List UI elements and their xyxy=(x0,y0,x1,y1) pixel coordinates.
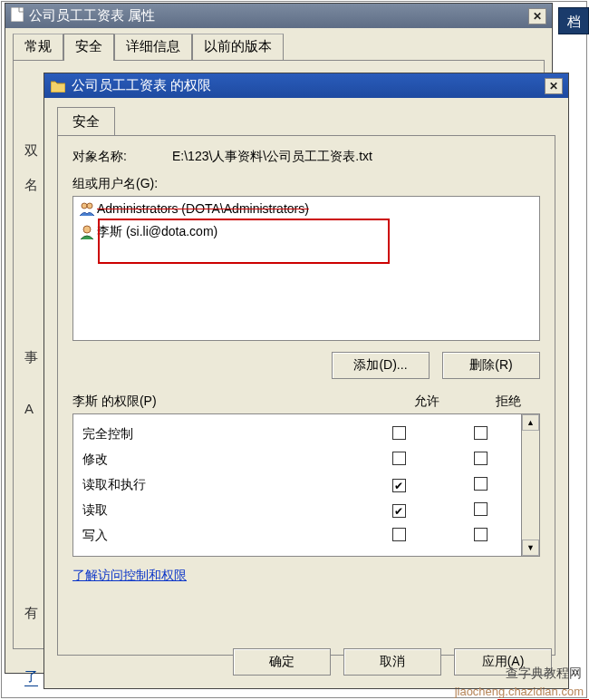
user-list-item-text: 李斯 (si.li@dota.com) xyxy=(97,224,217,240)
tab-details[interactable]: 详细信息 xyxy=(114,34,192,61)
allow-checkbox-read[interactable] xyxy=(392,504,406,518)
user-list-item-lisi[interactable]: 李斯 (si.li@dota.com) xyxy=(73,220,539,244)
properties-titlebar: 公司员工工资表 属性 ✕ xyxy=(5,4,552,28)
bg-text: 事 xyxy=(24,349,38,366)
svg-point-2 xyxy=(87,203,92,209)
perm-row-modify: 修改 xyxy=(82,447,512,472)
perm-label: 修改 xyxy=(82,452,367,468)
bg-text: 了 xyxy=(24,668,38,686)
properties-tabs: 常规 安全 详细信息 以前的版本 xyxy=(13,34,545,61)
permissions-tabs: 安全 xyxy=(57,107,555,136)
permissions-listbox: 完全控制 修改 读取和执行 xyxy=(72,413,540,557)
deny-checkbox-full-control[interactable] xyxy=(474,426,488,440)
perm-label: 读取 xyxy=(82,502,367,519)
permissions-close-button[interactable]: ✕ xyxy=(545,78,563,94)
tab-general[interactable]: 常规 xyxy=(13,34,63,61)
scroll-down-button[interactable]: ▼ xyxy=(522,540,539,556)
permissions-tab-security[interactable]: 安全 xyxy=(57,107,115,136)
svg-rect-0 xyxy=(11,7,24,22)
user-icon xyxy=(79,224,97,240)
cancel-button[interactable]: 取消 xyxy=(343,648,441,676)
svg-point-1 xyxy=(82,203,87,209)
group-icon xyxy=(79,200,97,217)
svg-point-3 xyxy=(83,226,91,233)
permissions-scrollbar[interactable]: ▲ ▼ xyxy=(521,414,539,556)
ok-button[interactable]: 确定 xyxy=(233,648,331,676)
file-icon xyxy=(11,7,24,24)
allow-header: 允许 xyxy=(395,394,459,410)
remove-user-button[interactable]: 删除(R) xyxy=(442,352,540,379)
deny-checkbox-read-execute[interactable] xyxy=(474,477,488,491)
allow-checkbox-write[interactable] xyxy=(392,528,406,541)
watermark-url: jiaocheng.chazidian.com xyxy=(455,685,584,698)
permissions-window: 公司员工工资表 的权限 ✕ 安全 对象名称: E:\123\人事资料\公司员工工… xyxy=(43,73,569,689)
tab-security[interactable]: 安全 xyxy=(63,34,114,61)
properties-close-button[interactable]: ✕ xyxy=(528,8,546,24)
watermark-text: 查字典教程网 xyxy=(506,666,582,682)
bg-text: 双 xyxy=(24,142,38,160)
folder-icon xyxy=(50,79,66,93)
add-user-button[interactable]: 添加(D)... xyxy=(332,352,430,379)
permissions-body: 安全 对象名称: E:\123\人事资料\公司员工工资表.txt 组或用户名(G… xyxy=(44,98,568,666)
learn-about-acl-link[interactable]: 了解访问控制和权限 xyxy=(72,568,187,584)
object-name-label: 对象名称: xyxy=(72,149,172,165)
deny-checkbox-read[interactable] xyxy=(474,502,488,516)
properties-title: 公司员工工资表 属性 xyxy=(29,7,528,24)
object-name-value: E:\123\人事资料\公司员工工资表.txt xyxy=(172,149,540,165)
permissions-panel: 对象名称: E:\123\人事资料\公司员工工资表.txt 组或用户名(G): … xyxy=(57,135,555,656)
user-list-item-administrators[interactable]: Administrators (DOTA\Administrators) xyxy=(73,197,539,220)
allow-checkbox-modify[interactable] xyxy=(392,452,406,465)
perm-label: 写入 xyxy=(82,528,367,544)
user-list-item-text: Administrators (DOTA\Administrators) xyxy=(97,201,309,216)
permissions-title: 公司员工工资表 的权限 xyxy=(72,77,545,94)
perm-label: 读取和执行 xyxy=(82,477,367,493)
user-list[interactable]: Administrators (DOTA\Administrators) 李斯 … xyxy=(72,196,540,341)
allow-checkbox-full-control[interactable] xyxy=(392,426,406,440)
perm-row-full-control: 完全控制 xyxy=(82,422,512,447)
deny-checkbox-write[interactable] xyxy=(474,528,488,541)
scroll-up-button[interactable]: ▲ xyxy=(522,414,539,431)
permissions-for-user-label: 李斯 的权限(P) xyxy=(72,394,395,410)
background-fragment: 档 xyxy=(558,7,589,34)
tab-previous-versions[interactable]: 以前的版本 xyxy=(192,34,284,61)
deny-checkbox-modify[interactable] xyxy=(474,452,488,465)
bg-text: 名 xyxy=(24,177,38,194)
scroll-track[interactable] xyxy=(522,431,539,540)
bg-text: 有 xyxy=(24,605,38,622)
deny-header: 拒绝 xyxy=(477,394,540,410)
perm-row-write: 写入 xyxy=(82,523,512,549)
allow-checkbox-read-execute[interactable] xyxy=(392,479,406,492)
perm-row-read-execute: 读取和执行 xyxy=(82,472,512,498)
perm-row-read: 读取 xyxy=(82,498,512,523)
dialog-footer-buttons: 确定 取消 应用(A) xyxy=(233,648,552,676)
perm-label: 完全控制 xyxy=(82,426,367,442)
bg-text: A xyxy=(24,401,34,416)
permissions-grid: 李斯 的权限(P) 允许 拒绝 完全控制 修改 xyxy=(72,394,540,557)
permissions-titlebar: 公司员工工资表 的权限 ✕ xyxy=(44,73,568,98)
group-user-label: 组或用户名(G): xyxy=(72,176,540,192)
